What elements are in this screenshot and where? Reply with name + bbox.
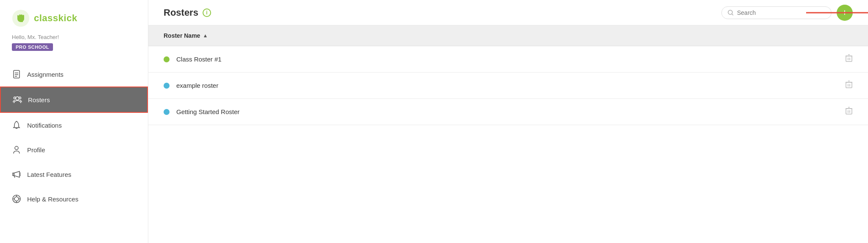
svg-rect-32 (846, 109, 852, 114)
add-roster-button[interactable]: + (837, 5, 853, 21)
sidebar-item-assignments-label: Assignments (27, 71, 64, 78)
greeting-text: Hello, Mx. Teacher! (12, 34, 136, 40)
help-icon (12, 194, 21, 204)
logo-icon (12, 9, 30, 27)
sidebar-nav: Assignments Rosters (0, 62, 148, 243)
user-info: Hello, Mx. Teacher! PRO SCHOOL (0, 34, 148, 59)
roster-row-left: Getting Started Roster (164, 108, 239, 115)
delete-icon[interactable] (845, 106, 853, 117)
bell-icon (12, 120, 21, 130)
roster-name: Getting Started Roster (176, 108, 239, 115)
svg-point-13 (14, 197, 19, 201)
row-actions (845, 80, 853, 91)
table-row[interactable]: example roster (148, 73, 868, 99)
title-area: Rosters i (164, 7, 211, 18)
roster-name-column-header: Roster Name ▲ (164, 32, 208, 39)
roster-name: example roster (176, 82, 218, 89)
status-dot-blue (164, 109, 170, 115)
sidebar-item-profile[interactable]: Profile (0, 137, 148, 162)
svg-point-18 (728, 10, 732, 14)
svg-point-5 (16, 97, 19, 100)
sidebar-item-latest-features[interactable]: Latest Features (0, 162, 148, 187)
logo-text: classkick (34, 13, 77, 24)
roster-row-left: example roster (164, 82, 218, 89)
sidebar-item-profile-label: Profile (27, 146, 45, 154)
person-icon (12, 145, 21, 154)
search-input[interactable] (737, 9, 825, 16)
svg-point-6 (14, 97, 16, 99)
page-title: Rosters (164, 7, 198, 18)
svg-point-7 (19, 97, 21, 99)
delete-icon[interactable] (845, 80, 853, 91)
sidebar-item-notifications-label: Notifications (27, 122, 62, 129)
sidebar-item-notifications[interactable]: Notifications (0, 113, 148, 137)
sidebar: classkick Hello, Mx. Teacher! PRO SCHOOL… (0, 0, 148, 243)
svg-line-19 (732, 14, 733, 15)
search-icon (728, 10, 734, 16)
table-row[interactable]: Getting Started Roster (148, 99, 868, 125)
roster-name: Class Roster #1 (176, 56, 222, 63)
delete-icon[interactable] (845, 54, 853, 64)
rosters-icon (13, 95, 22, 104)
pro-badge: PRO SCHOOL (12, 43, 53, 51)
svg-rect-1 (14, 70, 19, 78)
svg-rect-22 (846, 56, 852, 61)
table-row[interactable]: Class Roster #1 (148, 46, 868, 73)
roster-row-left: Class Roster #1 (164, 56, 222, 63)
table-header: Roster Name ▲ (148, 25, 868, 46)
svg-rect-27 (846, 82, 852, 88)
sidebar-item-rosters[interactable]: Rosters (0, 87, 148, 113)
sort-arrow-icon: ▲ (203, 33, 208, 39)
logo-area: classkick (0, 0, 148, 34)
row-actions (845, 54, 853, 64)
header-actions: + (721, 5, 853, 21)
sidebar-item-rosters-label: Rosters (28, 96, 50, 103)
main-content: Rosters i (148, 0, 868, 243)
search-box (721, 6, 832, 19)
main-header: Rosters i (148, 0, 868, 25)
sidebar-item-help-resources-label: Help & Resources (27, 196, 78, 203)
sidebar-item-latest-features-label: Latest Features (27, 171, 71, 178)
svg-point-8 (15, 146, 18, 150)
row-actions (845, 106, 853, 117)
roster-table: Roster Name ▲ Class Roster #1 (148, 25, 868, 243)
file-icon (12, 70, 21, 79)
info-icon[interactable]: i (203, 8, 211, 17)
status-dot-blue (164, 83, 170, 89)
status-dot-green (164, 56, 170, 62)
sidebar-item-help-resources[interactable]: Help & Resources (0, 187, 148, 211)
megaphone-icon (12, 170, 21, 179)
sidebar-item-assignments[interactable]: Assignments (0, 62, 148, 87)
